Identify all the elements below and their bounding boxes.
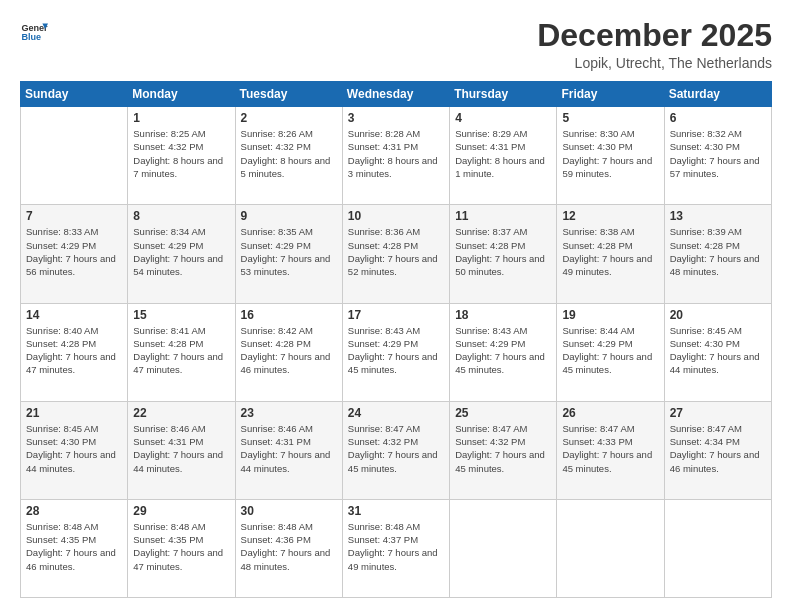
table-row: 25Sunrise: 8:47 AMSunset: 4:32 PMDayligh… — [450, 401, 557, 499]
calendar-header-row: Sunday Monday Tuesday Wednesday Thursday… — [21, 82, 772, 107]
table-row: 11Sunrise: 8:37 AMSunset: 4:28 PMDayligh… — [450, 205, 557, 303]
day-number: 19 — [562, 308, 658, 322]
table-row: 31Sunrise: 8:48 AMSunset: 4:37 PMDayligh… — [342, 499, 449, 597]
day-info: Sunrise: 8:46 AMSunset: 4:31 PMDaylight:… — [133, 422, 229, 475]
day-info: Sunrise: 8:29 AMSunset: 4:31 PMDaylight:… — [455, 127, 551, 180]
table-row: 3Sunrise: 8:28 AMSunset: 4:31 PMDaylight… — [342, 107, 449, 205]
day-number: 16 — [241, 308, 337, 322]
day-info: Sunrise: 8:43 AMSunset: 4:29 PMDaylight:… — [348, 324, 444, 377]
day-number: 11 — [455, 209, 551, 223]
table-row: 17Sunrise: 8:43 AMSunset: 4:29 PMDayligh… — [342, 303, 449, 401]
day-number: 3 — [348, 111, 444, 125]
table-row: 2Sunrise: 8:26 AMSunset: 4:32 PMDaylight… — [235, 107, 342, 205]
day-info: Sunrise: 8:48 AMSunset: 4:37 PMDaylight:… — [348, 520, 444, 573]
day-number: 31 — [348, 504, 444, 518]
table-row — [664, 499, 771, 597]
day-number: 21 — [26, 406, 122, 420]
day-number: 9 — [241, 209, 337, 223]
day-info: Sunrise: 8:34 AMSunset: 4:29 PMDaylight:… — [133, 225, 229, 278]
svg-text:Blue: Blue — [21, 32, 41, 42]
day-info: Sunrise: 8:47 AMSunset: 4:33 PMDaylight:… — [562, 422, 658, 475]
day-info: Sunrise: 8:32 AMSunset: 4:30 PMDaylight:… — [670, 127, 766, 180]
table-row: 27Sunrise: 8:47 AMSunset: 4:34 PMDayligh… — [664, 401, 771, 499]
table-row: 14Sunrise: 8:40 AMSunset: 4:28 PMDayligh… — [21, 303, 128, 401]
table-row: 13Sunrise: 8:39 AMSunset: 4:28 PMDayligh… — [664, 205, 771, 303]
day-number: 1 — [133, 111, 229, 125]
day-number: 24 — [348, 406, 444, 420]
table-row: 19Sunrise: 8:44 AMSunset: 4:29 PMDayligh… — [557, 303, 664, 401]
header: General Blue December 2025 Lopik, Utrech… — [20, 18, 772, 71]
day-number: 13 — [670, 209, 766, 223]
day-number: 29 — [133, 504, 229, 518]
day-info: Sunrise: 8:41 AMSunset: 4:28 PMDaylight:… — [133, 324, 229, 377]
table-row: 30Sunrise: 8:48 AMSunset: 4:36 PMDayligh… — [235, 499, 342, 597]
day-info: Sunrise: 8:45 AMSunset: 4:30 PMDaylight:… — [670, 324, 766, 377]
location: Lopik, Utrecht, The Netherlands — [537, 55, 772, 71]
day-info: Sunrise: 8:35 AMSunset: 4:29 PMDaylight:… — [241, 225, 337, 278]
table-row: 9Sunrise: 8:35 AMSunset: 4:29 PMDaylight… — [235, 205, 342, 303]
day-info: Sunrise: 8:47 AMSunset: 4:32 PMDaylight:… — [348, 422, 444, 475]
table-row: 29Sunrise: 8:48 AMSunset: 4:35 PMDayligh… — [128, 499, 235, 597]
col-wednesday: Wednesday — [342, 82, 449, 107]
day-info: Sunrise: 8:30 AMSunset: 4:30 PMDaylight:… — [562, 127, 658, 180]
day-info: Sunrise: 8:45 AMSunset: 4:30 PMDaylight:… — [26, 422, 122, 475]
table-row: 18Sunrise: 8:43 AMSunset: 4:29 PMDayligh… — [450, 303, 557, 401]
day-number: 6 — [670, 111, 766, 125]
day-info: Sunrise: 8:44 AMSunset: 4:29 PMDaylight:… — [562, 324, 658, 377]
day-info: Sunrise: 8:42 AMSunset: 4:28 PMDaylight:… — [241, 324, 337, 377]
table-row: 22Sunrise: 8:46 AMSunset: 4:31 PMDayligh… — [128, 401, 235, 499]
page: General Blue December 2025 Lopik, Utrech… — [0, 0, 792, 612]
table-row: 16Sunrise: 8:42 AMSunset: 4:28 PMDayligh… — [235, 303, 342, 401]
table-row: 10Sunrise: 8:36 AMSunset: 4:28 PMDayligh… — [342, 205, 449, 303]
day-number: 7 — [26, 209, 122, 223]
table-row — [21, 107, 128, 205]
table-row: 28Sunrise: 8:48 AMSunset: 4:35 PMDayligh… — [21, 499, 128, 597]
logo-icon: General Blue — [20, 18, 48, 46]
col-sunday: Sunday — [21, 82, 128, 107]
table-row: 23Sunrise: 8:46 AMSunset: 4:31 PMDayligh… — [235, 401, 342, 499]
calendar-table: Sunday Monday Tuesday Wednesday Thursday… — [20, 81, 772, 598]
day-info: Sunrise: 8:46 AMSunset: 4:31 PMDaylight:… — [241, 422, 337, 475]
table-row: 1Sunrise: 8:25 AMSunset: 4:32 PMDaylight… — [128, 107, 235, 205]
table-row: 26Sunrise: 8:47 AMSunset: 4:33 PMDayligh… — [557, 401, 664, 499]
col-monday: Monday — [128, 82, 235, 107]
table-row — [557, 499, 664, 597]
day-info: Sunrise: 8:33 AMSunset: 4:29 PMDaylight:… — [26, 225, 122, 278]
calendar-week-3: 21Sunrise: 8:45 AMSunset: 4:30 PMDayligh… — [21, 401, 772, 499]
day-number: 18 — [455, 308, 551, 322]
day-number: 26 — [562, 406, 658, 420]
table-row: 15Sunrise: 8:41 AMSunset: 4:28 PMDayligh… — [128, 303, 235, 401]
day-info: Sunrise: 8:26 AMSunset: 4:32 PMDaylight:… — [241, 127, 337, 180]
table-row: 21Sunrise: 8:45 AMSunset: 4:30 PMDayligh… — [21, 401, 128, 499]
calendar-week-0: 1Sunrise: 8:25 AMSunset: 4:32 PMDaylight… — [21, 107, 772, 205]
logo: General Blue — [20, 18, 48, 46]
month-title: December 2025 — [537, 18, 772, 53]
day-number: 2 — [241, 111, 337, 125]
day-number: 27 — [670, 406, 766, 420]
day-number: 30 — [241, 504, 337, 518]
day-info: Sunrise: 8:25 AMSunset: 4:32 PMDaylight:… — [133, 127, 229, 180]
col-tuesday: Tuesday — [235, 82, 342, 107]
day-number: 25 — [455, 406, 551, 420]
table-row: 4Sunrise: 8:29 AMSunset: 4:31 PMDaylight… — [450, 107, 557, 205]
day-number: 4 — [455, 111, 551, 125]
day-number: 10 — [348, 209, 444, 223]
table-row: 7Sunrise: 8:33 AMSunset: 4:29 PMDaylight… — [21, 205, 128, 303]
day-info: Sunrise: 8:40 AMSunset: 4:28 PMDaylight:… — [26, 324, 122, 377]
title-block: December 2025 Lopik, Utrecht, The Nether… — [537, 18, 772, 71]
day-number: 22 — [133, 406, 229, 420]
table-row: 5Sunrise: 8:30 AMSunset: 4:30 PMDaylight… — [557, 107, 664, 205]
day-number: 15 — [133, 308, 229, 322]
table-row: 24Sunrise: 8:47 AMSunset: 4:32 PMDayligh… — [342, 401, 449, 499]
day-number: 23 — [241, 406, 337, 420]
calendar-week-4: 28Sunrise: 8:48 AMSunset: 4:35 PMDayligh… — [21, 499, 772, 597]
table-row: 6Sunrise: 8:32 AMSunset: 4:30 PMDaylight… — [664, 107, 771, 205]
col-saturday: Saturday — [664, 82, 771, 107]
day-info: Sunrise: 8:43 AMSunset: 4:29 PMDaylight:… — [455, 324, 551, 377]
day-info: Sunrise: 8:47 AMSunset: 4:34 PMDaylight:… — [670, 422, 766, 475]
day-number: 5 — [562, 111, 658, 125]
day-number: 12 — [562, 209, 658, 223]
table-row: 8Sunrise: 8:34 AMSunset: 4:29 PMDaylight… — [128, 205, 235, 303]
day-info: Sunrise: 8:39 AMSunset: 4:28 PMDaylight:… — [670, 225, 766, 278]
table-row: 12Sunrise: 8:38 AMSunset: 4:28 PMDayligh… — [557, 205, 664, 303]
